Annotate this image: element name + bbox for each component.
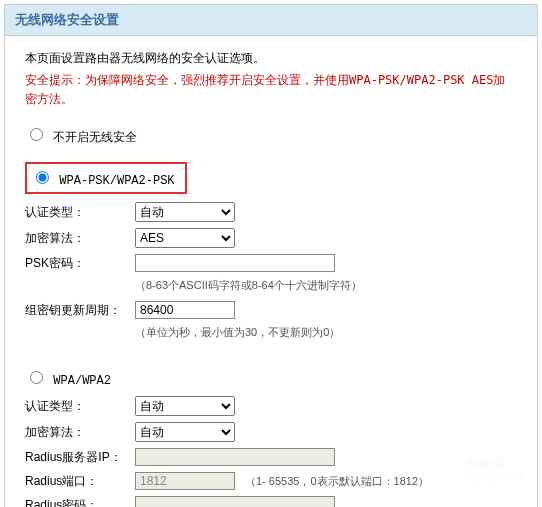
wpa-auth-select[interactable]: 自动 bbox=[135, 396, 235, 416]
radio-disable-security[interactable] bbox=[30, 128, 43, 141]
psk-pwd-row: PSK密码： bbox=[25, 254, 517, 272]
psk-gk-row: 组密钥更新周期： bbox=[25, 301, 517, 319]
panel-title: 无线网络安全设置 bbox=[5, 5, 537, 36]
wpa-enc-label: 加密算法： bbox=[25, 424, 135, 441]
wpa-enc-row: 加密算法： 自动 bbox=[25, 422, 517, 442]
wpa-enc-select[interactable]: 自动 bbox=[135, 422, 235, 442]
wpa-auth-label: 认证类型： bbox=[25, 398, 135, 415]
radio-wpa[interactable] bbox=[30, 371, 43, 384]
radius-port-hint: （1- 65535，0表示默认端口：1812） bbox=[245, 474, 429, 489]
psk-pwd-hint: （8-63个ASCII码字符或8-64个十六进制字符） bbox=[135, 278, 517, 293]
psk-group-key-input[interactable] bbox=[135, 301, 235, 319]
radio-row-wpa: WPA/WPA2 bbox=[25, 368, 517, 388]
radio-wpa-label: WPA/WPA2 bbox=[53, 374, 111, 388]
panel-warning: 安全提示：为保障网络安全，强烈推荐开启安全设置，并使用WPA-PSK/WPA2-… bbox=[25, 71, 517, 109]
wpa-radius-pwd-label: Radius密码： bbox=[25, 497, 135, 507]
psk-auth-select[interactable]: 自动 bbox=[135, 202, 235, 222]
wpa-radius-port-row: Radius端口： （1- 65535，0表示默认端口：1812） bbox=[25, 472, 517, 490]
radius-ip-input[interactable] bbox=[135, 448, 335, 466]
wpa-radius-pwd-row: Radius密码： bbox=[25, 496, 517, 507]
psk-enc-label: 加密算法： bbox=[25, 230, 135, 247]
wpa-radius-ip-row: Radius服务器IP： bbox=[25, 448, 517, 466]
psk-enc-row: 加密算法： AES bbox=[25, 228, 517, 248]
radio-wpa-psk[interactable] bbox=[36, 171, 49, 184]
psk-gk-hint: （单位为秒，最小值为30，不更新则为0） bbox=[135, 325, 517, 340]
psk-highlight-box: WPA-PSK/WPA2-PSK bbox=[25, 162, 187, 194]
psk-password-input[interactable] bbox=[135, 254, 335, 272]
wpa-radius-port-label: Radius端口： bbox=[25, 473, 135, 490]
radio-row-psk: WPA-PSK/WPA2-PSK bbox=[25, 162, 517, 194]
wpa-auth-row: 认证类型： 自动 bbox=[25, 396, 517, 416]
radius-port-input[interactable] bbox=[135, 472, 235, 490]
psk-enc-select[interactable]: AES bbox=[135, 228, 235, 248]
psk-gk-label: 组密钥更新周期： bbox=[25, 302, 135, 319]
panel-description: 本页面设置路由器无线网络的安全认证选项。 bbox=[25, 50, 517, 67]
wpa-radius-ip-label: Radius服务器IP： bbox=[25, 449, 135, 466]
psk-pwd-label: PSK密码： bbox=[25, 255, 135, 272]
radius-password-input[interactable] bbox=[135, 496, 335, 507]
psk-auth-label: 认证类型： bbox=[25, 204, 135, 221]
radio-row-disable: 不开启无线安全 bbox=[25, 125, 517, 146]
panel-body: 本页面设置路由器无线网络的安全认证选项。 安全提示：为保障网络安全，强烈推荐开启… bbox=[5, 36, 537, 507]
radio-disable-label: 不开启无线安全 bbox=[53, 130, 137, 144]
psk-auth-row: 认证类型： 自动 bbox=[25, 202, 517, 222]
radio-wpa-psk-label: WPA-PSK/WPA2-PSK bbox=[59, 174, 174, 188]
security-settings-panel: 无线网络安全设置 本页面设置路由器无线网络的安全认证选项。 安全提示：为保障网络… bbox=[4, 4, 538, 507]
